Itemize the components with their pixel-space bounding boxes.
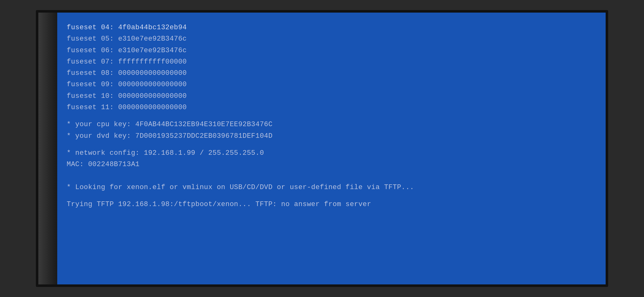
terminal-line-fuseset04: fuseset 04: 4f0ab44bc132eb94	[67, 22, 593, 33]
terminal-line-fuseset09: fuseset 09: 0000000000000000	[67, 79, 593, 90]
terminal-line-fuseset08: fuseset 08: 0000000000000000	[67, 68, 593, 79]
terminal-line-netconfig: * network config: 192.168.1.99 / 255.255…	[67, 148, 593, 159]
terminal-line-mac: MAC: 002248B713A1	[67, 159, 593, 170]
terminal-line-fuseset10: fuseset 10: 0000000000000000	[67, 91, 593, 102]
terminal-line-tftp: Trying TFTP 192.168.1.98:/tftpboot/xenon…	[67, 199, 593, 210]
monitor: fuseset 04: 4f0ab44bc132eb94fuseset 05: …	[36, 10, 608, 287]
spacer-15	[67, 176, 593, 182]
terminal-line-fuseset06: fuseset 06: e310e7ee92B3476c	[67, 45, 593, 56]
terminal-line-fuseset05: fuseset 05: e310e7ee92B3476c	[67, 33, 593, 45]
terminal-line-dvdkey: * your dvd key: 7D0001935237DDC2EB039678…	[67, 131, 593, 142]
spacer-14	[67, 171, 593, 176]
terminal-line-looking: * Looking for xenon.elf or vmlinux on US…	[67, 182, 593, 193]
spacer-17	[67, 193, 593, 199]
terminal-screen: fuseset 04: 4f0ab44bc132eb94fuseset 05: …	[57, 13, 606, 284]
terminal-line-cpukey: * your cpu key: 4F0AB44BC132EB94E310E7EE…	[67, 119, 593, 130]
spacer-8	[67, 113, 593, 119]
terminal-line-fuseset11: fuseset 11: 0000000000000000	[67, 102, 593, 113]
screen-bezel-left	[38, 13, 57, 284]
terminal-line-fuseset07: fuseset 07: fffffffffff00000	[67, 56, 593, 68]
spacer-11	[67, 142, 593, 148]
